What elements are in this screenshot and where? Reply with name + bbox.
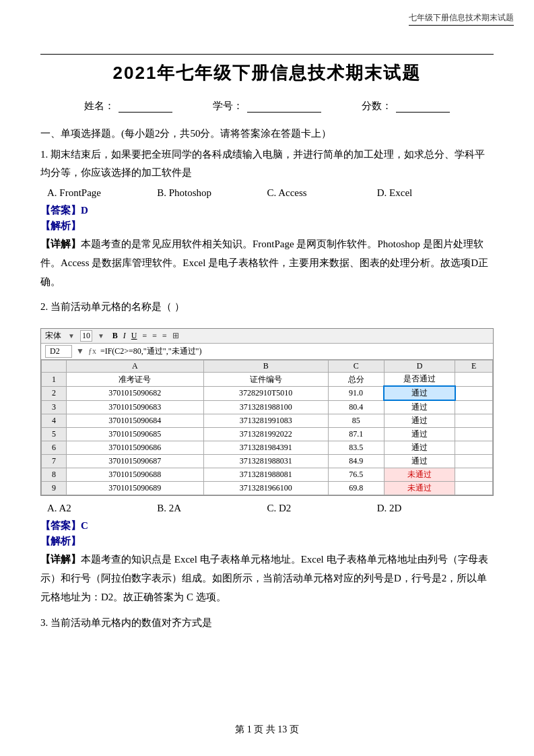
toolbar-bold-btn: B <box>112 331 118 340</box>
q1-option-c: C. Access <box>267 187 377 199</box>
id-field: 学号： <box>213 100 321 113</box>
data-cell: 3713281966100 <box>203 482 328 495</box>
q2-options: A. A2 B. 2A C. D2 D. 2D <box>40 503 494 514</box>
table-row: 73701015090687371328198803184.9通过 <box>42 455 493 468</box>
corner-header <box>42 360 67 373</box>
data-cell <box>455 468 493 482</box>
data-cell: 87.1 <box>328 428 384 441</box>
col-header-c: C <box>328 360 384 373</box>
q1-answer: 【答案】D <box>40 204 494 217</box>
toolbar-extra: ⊞ <box>172 331 179 341</box>
col-header-a: A <box>67 360 204 373</box>
data-cell: 85 <box>328 414 384 428</box>
id-label: 学号： <box>213 100 243 113</box>
q1-detail-text: 本题考查的是常见应用软件相关知识。FrontPage 是网页制作软件。Photo… <box>40 239 488 287</box>
data-cell: 未通过 <box>384 468 455 482</box>
data-cell <box>455 373 493 387</box>
q2-detail: 【详解】本题考查的知识点是 Excel 电子表格单元格地址。Excel 电子表格… <box>40 550 494 606</box>
q3-text: 当前活动单元格内的数值对齐方式是 <box>51 617 212 628</box>
name-label: 姓名： <box>84 100 114 113</box>
table-row: 63701015090686371328198439183.5通过 <box>42 441 493 455</box>
name-underline <box>119 100 172 113</box>
data-cell: 通过 <box>384 441 455 455</box>
q3-number: 3. <box>40 617 48 628</box>
data-cell: 通过 <box>384 414 455 428</box>
row-header-cell: 9 <box>42 482 67 495</box>
formula-fx: ƒx <box>88 346 96 356</box>
row-header-cell: 8 <box>42 468 67 482</box>
data-cell: 通过 <box>384 455 455 468</box>
id-underline <box>247 100 321 113</box>
header-label: 七年级下册信息技术期末试题 <box>409 12 514 26</box>
table-row: 43701015090684371328199108385通过 <box>42 414 493 428</box>
toolbar-underline-btn: U <box>131 331 137 341</box>
section1-title: 一、单项选择题。(每小题2分，共50分。请将答案涂在答题卡上） <box>40 127 494 140</box>
formula-arrow: ▼ <box>76 346 84 356</box>
data-cell: 通过 <box>384 428 455 441</box>
data-cell <box>455 414 493 428</box>
q2-text: 当前活动单元格的名称是（ ） <box>51 301 185 312</box>
q1-detail: 【详解】本题考查的是常见应用软件相关知识。FrontPage 是网页制作软件。P… <box>40 235 494 291</box>
data-cell: 3701015090688 <box>67 468 204 482</box>
row-header-cell: 1 <box>42 373 67 387</box>
page: 七年级下册信息技术期末试题 2021年七年级下册信息技术期末试题 姓名： 学号：… <box>0 0 534 756</box>
score-field: 分数： <box>362 100 450 113</box>
data-cell: 69.8 <box>328 482 384 495</box>
question-2: 2. 当前活动单元格的名称是（ ） <box>40 298 494 316</box>
table-row: 1准考证号证件编号总分是否通过 <box>42 373 493 387</box>
font-arrow: ▼ <box>68 332 75 340</box>
excel-toolbar: 宋体 ▼ 10 ▼ B I U ≡ ≡ ≡ ⊞ <box>41 329 493 344</box>
data-cell: 3701015090689 <box>67 482 204 495</box>
cell-ref: D2 <box>45 345 72 358</box>
title-divider <box>40 54 494 55</box>
data-cell: 3713281988100 <box>203 400 328 414</box>
data-cell: 3701015090683 <box>67 400 204 414</box>
data-cell: 80.4 <box>328 400 384 414</box>
row-header-cell: 6 <box>42 441 67 455</box>
toolbar-size: 10 <box>80 330 92 342</box>
table-row: 93701015090689371328196610069.8未通过 <box>42 482 493 495</box>
q1-detail-label: 【详解】 <box>40 239 81 249</box>
row-header-cell: 2 <box>42 386 67 400</box>
excel-table: A B C D E 1准考证号证件编号总分是否通过237010150906823… <box>41 360 493 495</box>
q1-number: 1. <box>40 149 48 160</box>
q2-option-b: B. 2A <box>157 503 267 514</box>
size-arrow: ▼ <box>98 332 104 340</box>
data-cell: 证件编号 <box>203 373 328 387</box>
col-header-b: B <box>203 360 328 373</box>
data-cell: 3701015090686 <box>67 441 204 455</box>
data-cell <box>455 428 493 441</box>
q1-options: A. FrontPage B. Photoshop C. Access D. E… <box>40 187 494 199</box>
footer-text: 第 1 页 共 13 页 <box>235 724 299 734</box>
main-title: 2021年七年级下册信息技术期末试题 <box>40 61 494 85</box>
data-cell <box>455 441 493 455</box>
q1-option-b: B. Photoshop <box>157 187 267 199</box>
data-cell: 83.5 <box>328 441 384 455</box>
q1-jiexi-label: 【解析】 <box>40 220 494 232</box>
data-cell: 3701015090682 <box>67 386 204 400</box>
data-cell: 是否通过 <box>384 373 455 387</box>
table-row: 33701015090683371328198810080.4通过 <box>42 400 493 414</box>
toolbar-align-center: ≡ <box>152 331 157 341</box>
data-cell: 3713281991083 <box>203 414 328 428</box>
q2-detail-label: 【详解】 <box>40 554 81 565</box>
col-header-row: A B C D E <box>42 360 493 373</box>
data-cell: 准考证号 <box>67 373 204 387</box>
data-cell: 91.0 <box>328 386 384 400</box>
data-cell: 76.5 <box>328 468 384 482</box>
toolbar-align-right: ≡ <box>162 331 167 341</box>
score-underline <box>396 100 450 113</box>
q2-detail-text: 本题考查的知识点是 Excel 电子表格单元格地址。Excel 电子表格单元格地… <box>40 554 488 602</box>
data-cell: 3713281984391 <box>203 441 328 455</box>
row-header-cell: 4 <box>42 414 67 428</box>
data-cell: 未通过 <box>384 482 455 495</box>
question-3: 3. 当前活动单元格内的数值对齐方式是 <box>40 614 494 632</box>
excel-body: 1准考证号证件编号总分是否通过2370101509068237282910T50… <box>42 373 493 495</box>
q1-text: 期末结束后，如果要把全班同学的各科成绩输入电脑，并进行简单的加工处理，如求总分、… <box>40 149 485 178</box>
toolbar-align-left: ≡ <box>143 331 147 341</box>
table-row: 53701015090685371328199202287.1通过 <box>42 428 493 441</box>
row-header-cell: 3 <box>42 400 67 414</box>
info-row: 姓名： 学号： 分数： <box>40 100 494 113</box>
data-cell: 84.9 <box>328 455 384 468</box>
q1-option-a: A. FrontPage <box>47 187 157 199</box>
